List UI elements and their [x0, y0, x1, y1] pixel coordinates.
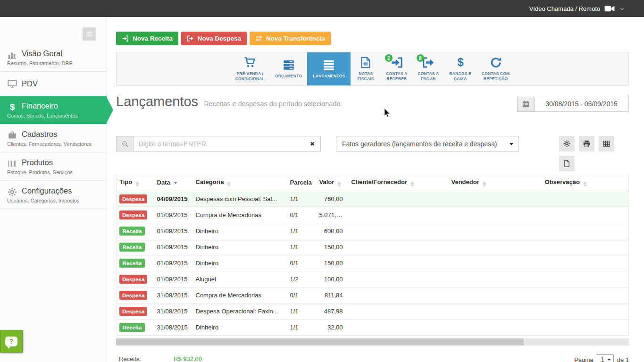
- tab-contas-a-pagar[interactable]: 8CONTAS A PAGAR: [412, 52, 444, 85]
- cell-parcela: 1/1: [287, 239, 317, 255]
- sort-carets-icon: [583, 182, 587, 186]
- cell-observacao: [542, 271, 629, 287]
- column-header-valor[interactable]: Valor: [317, 174, 349, 191]
- filter-select-value: Fatos geradores (lançamentos de receita …: [342, 140, 497, 148]
- sidebar-item-label: Configurações: [7, 185, 101, 196]
- action-button-label: Nova Despesa: [198, 35, 241, 42]
- table-row[interactable]: Receita01/09/2015Dinheiro0/1150,00: [117, 255, 629, 271]
- table-row[interactable]: Despesa01/09/2015Aluguel1/2100,00: [117, 271, 629, 287]
- cell-categoria: Dinheiro: [193, 255, 287, 271]
- cell-vendedor: [449, 255, 542, 271]
- print-button[interactable]: [579, 136, 594, 152]
- cart-icon: [243, 56, 257, 69]
- table-row[interactable]: Despesa01/09/2015Compra de Mercadorias0/…: [117, 207, 629, 223]
- cell-valor: 150,00: [317, 255, 349, 271]
- sidebar-item-label: PDV: [7, 78, 101, 89]
- help-button[interactable]: ?: [0, 330, 23, 353]
- sidebar-item-cadastros[interactable]: CadastrosClientes, Fornecedores, Vendedo…: [0, 124, 107, 152]
- video-call-label: Vídeo Chamada / Remoto: [529, 5, 600, 12]
- cell-tipo: Receita: [117, 239, 154, 255]
- sidebar-item-produtos[interactable]: ProdutosEstoque, Produtos, Serviços: [0, 152, 107, 181]
- page-select[interactable]: 1: [597, 354, 614, 362]
- barcode-icon: [7, 159, 17, 169]
- table-export-button[interactable]: [599, 136, 614, 152]
- action-button-label: Nova Transferência: [266, 35, 325, 42]
- column-label: Tipo: [119, 178, 132, 185]
- table-row[interactable]: Despesa31/08/2015Compra de Mercadorias0/…: [117, 287, 629, 303]
- menu-icon: [85, 30, 93, 38]
- file-export-button[interactable]: [559, 156, 575, 171]
- clear-search-button[interactable]: ✖: [304, 136, 321, 152]
- cell-data: 01/09/2015: [154, 223, 193, 239]
- cell-tipo: Receita: [117, 223, 154, 239]
- document-icon: [359, 56, 373, 69]
- page-header: Lançamentos Receitas e despesas do perío…: [116, 94, 343, 109]
- cell-categoria: Dinheiro: [193, 320, 287, 336]
- tab-label: PRÉ-VENDA / CONDICIONAL: [235, 71, 265, 82]
- action-nova-despesa-button[interactable]: Nova Despesa: [181, 32, 247, 45]
- tab-pre-venda[interactable]: PRÉ-VENDA / CONDICIONAL: [230, 52, 270, 85]
- column-label: Valor: [319, 178, 335, 185]
- question-bubble-icon: ?: [5, 337, 17, 346]
- cell-observacao: [542, 255, 629, 271]
- sidebar-item-financeiro[interactable]: $FinanceiroContas, Bancos, Lançamentos: [0, 96, 107, 124]
- table-row[interactable]: Receita01/09/2015Dinheiro1/1600,00: [117, 223, 629, 239]
- cell-parcela: 1/1: [287, 191, 317, 207]
- search-input[interactable]: [133, 136, 304, 152]
- column-header-cliente[interactable]: Cliente/Fornecedor: [349, 174, 449, 191]
- tab-orcamento[interactable]: ORÇAMENTO: [270, 52, 307, 85]
- cell-parcela: 1/2: [287, 271, 317, 287]
- sidebar-item-configuracoes[interactable]: ConfiguraçõesUsuários, Categorias, Impos…: [0, 181, 107, 209]
- sidebar-item-visao-geral[interactable]: Visão GeralResumo, Faturamento, DRE: [0, 43, 107, 72]
- table-row[interactable]: Despesa04/09/2015Despesas com Pessoal: S…: [117, 191, 629, 207]
- bar-chart-icon: [7, 50, 17, 60]
- horizontal-scrollbar: [116, 338, 629, 345]
- tab-notas-fiscais[interactable]: NOTAS FISCAIS: [351, 52, 381, 85]
- sidebar-item-sublabel: Contas, Bancos, Lançamentos: [7, 113, 101, 118]
- cell-tipo: Despesa: [117, 271, 154, 287]
- print-icon: [583, 140, 591, 148]
- sidebar: Visão GeralResumo, Faturamento, DREPDV$F…: [0, 17, 107, 362]
- svg-text:$: $: [457, 56, 463, 68]
- menu-toggle-button[interactable]: [83, 27, 96, 41]
- tab-lancamentos[interactable]: LANÇAMENTOS: [307, 52, 351, 85]
- action-nova-transferencia-button[interactable]: Nova Transferência: [250, 32, 331, 45]
- cell-valor: 150,00: [317, 239, 349, 255]
- table-icon: [602, 140, 611, 148]
- cell-parcela: 1/1: [287, 320, 317, 336]
- date-range-picker[interactable]: 30/08/2015 - 05/09/2015: [517, 96, 629, 112]
- settings-button[interactable]: [559, 136, 575, 152]
- filter-select[interactable]: Fatos geradores (lançamentos de receita …: [336, 136, 519, 152]
- tab-bancos-e-caixa[interactable]: $BANCOS E CAIXA: [444, 52, 476, 85]
- date-range-value[interactable]: 30/08/2015 - 05/09/2015: [534, 96, 629, 112]
- tab-contas-com-repeticao[interactable]: CONTAS COM REPETIÇÃO: [477, 52, 515, 85]
- action-nova-receita-button[interactable]: Nova Receita: [116, 32, 178, 45]
- sort-desc-icon: [174, 180, 177, 184]
- video-call-menu[interactable]: Vídeo Chamada / Remoto: [529, 0, 625, 17]
- cell-cliente: [349, 303, 449, 320]
- clear-icon: ✖: [310, 141, 315, 147]
- table-row[interactable]: Receita31/08/2015Dinheiro1/132,00: [117, 320, 629, 336]
- cell-observacao: [542, 207, 629, 223]
- column-header-parcela[interactable]: Parcela: [287, 174, 317, 191]
- column-header-data[interactable]: Data: [154, 174, 193, 191]
- table-row[interactable]: Despesa31/08/2015Despesa Operacional: Fa…: [117, 303, 629, 320]
- scrollbar-thumb[interactable]: [116, 338, 524, 345]
- column-label: Vendedor: [452, 178, 479, 185]
- tab-label: LANÇAMENTOS: [313, 74, 345, 79]
- cell-data: 04/09/2015: [154, 191, 193, 207]
- cell-tipo: Receita: [117, 320, 154, 336]
- sidebar-item-pdv[interactable]: PDV: [0, 72, 107, 96]
- refresh-icon: [489, 56, 503, 69]
- column-header-tipo[interactable]: Tipo: [117, 174, 154, 191]
- tipo-badge: Receita: [119, 323, 145, 332]
- module-tabs: PRÉ-VENDA / CONDICIONALORÇAMENTOLANÇAMEN…: [116, 52, 629, 86]
- column-header-categoria[interactable]: Categoria: [193, 174, 287, 191]
- column-header-observacao[interactable]: Observação: [542, 174, 629, 191]
- gear-icon: [563, 140, 571, 148]
- tab-contas-a-receber[interactable]: 2CONTAS A RECEBER: [381, 52, 412, 85]
- column-header-vendedor[interactable]: Vendedor: [449, 174, 542, 191]
- tipo-badge: Receita: [119, 227, 145, 236]
- table-row[interactable]: Receita01/09/2015Dinheiro1/1150,00: [117, 239, 629, 255]
- tipo-badge: Despesa: [119, 210, 147, 219]
